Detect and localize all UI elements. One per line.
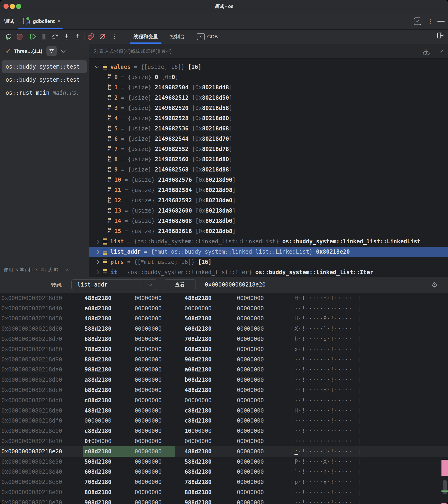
hex-byte[interactable]: 00 xyxy=(244,397,250,404)
hex-byte[interactable]: 00 xyxy=(191,438,198,445)
hex-byte[interactable]: 00 xyxy=(191,428,198,434)
hex-byte[interactable]: 00 xyxy=(185,305,191,312)
hex-byte[interactable]: 00 xyxy=(155,295,162,302)
memory-row[interactable]: 0x0000000080218e100f 00 00 0000 00 00 00… xyxy=(0,436,448,446)
hex-byte[interactable]: 00 xyxy=(155,428,162,434)
hex-byte[interactable]: 00 xyxy=(205,428,212,434)
hex-byte[interactable]: 8d xyxy=(91,468,98,475)
memory-row[interactable]: 0x0000000080218d40e0 8d 21 8000 00 00 00… xyxy=(0,303,448,314)
stack-frame-row[interactable]: os::buddy_system::test xyxy=(2,60,87,73)
hex-byte[interactable]: 00 xyxy=(141,458,148,465)
hex-byte[interactable]: 00 xyxy=(244,407,250,414)
hex-byte[interactable]: 00 xyxy=(250,336,257,342)
hex-byte[interactable]: 00 xyxy=(257,295,264,302)
hex-byte[interactable]: 80 xyxy=(105,489,111,496)
hex-byte[interactable]: 21 xyxy=(198,489,205,496)
hex-byte[interactable]: 00 xyxy=(148,377,155,383)
hex-byte[interactable]: 80 xyxy=(105,458,111,465)
hex-byte[interactable]: 21 xyxy=(198,479,205,485)
hex-byte[interactable]: 00 xyxy=(135,377,141,383)
hex-byte[interactable]: 00 xyxy=(148,356,155,363)
hex-byte[interactable]: c8 xyxy=(185,417,191,424)
hex-byte[interactable]: 00 xyxy=(250,428,257,434)
hex-byte[interactable]: 00 xyxy=(155,448,162,455)
memory-row[interactable]: 0x0000000080218e4060 8d 21 8000 00 00 00… xyxy=(0,467,448,477)
hex-byte[interactable]: 80 xyxy=(105,387,111,393)
hex-byte[interactable]: 00 xyxy=(141,356,148,363)
hex-byte[interactable]: 00 xyxy=(250,356,257,363)
view-breakpoints-button[interactable] xyxy=(85,32,97,42)
hex-byte[interactable]: 21 xyxy=(98,315,105,322)
hex-byte[interactable]: 00 xyxy=(135,468,141,475)
array-element-row[interactable]: 10011 = {usize} 2149682504 [0x80218d48] xyxy=(89,82,448,93)
hex-byte[interactable]: 21 xyxy=(98,366,105,373)
hex-byte[interactable]: 00 xyxy=(135,479,141,485)
hex-byte[interactable]: 00 xyxy=(85,417,91,424)
hex-byte[interactable]: b8 xyxy=(85,387,91,393)
hex-byte[interactable]: 00 xyxy=(237,356,244,363)
hex-byte[interactable]: 21 xyxy=(198,407,205,414)
hex-byte[interactable]: 00 xyxy=(250,479,257,485)
hex-byte[interactable]: 80 xyxy=(205,315,212,322)
array-element-row[interactable]: 10010 = {usize} 0 [0x0] xyxy=(89,72,448,82)
hex-byte[interactable]: c8 xyxy=(185,407,191,414)
hex-byte[interactable]: 00 xyxy=(257,366,264,373)
hex-byte[interactable]: 00 xyxy=(237,428,244,434)
hex-byte[interactable]: 00 xyxy=(155,468,162,475)
hex-byte[interactable]: 80 xyxy=(205,468,212,475)
hex-byte[interactable]: 8d xyxy=(191,295,198,302)
variable-row-values[interactable]: values = {[usize; 16]} [16] xyxy=(89,62,448,72)
hex-byte[interactable]: e0 xyxy=(85,305,91,312)
hex-byte[interactable]: 00 xyxy=(244,438,250,445)
hex-byte[interactable]: 80 xyxy=(105,315,111,322)
hex-byte[interactable]: c8 xyxy=(85,397,91,404)
hex-byte[interactable]: 8d xyxy=(91,356,98,363)
hex-byte[interactable]: 80 xyxy=(205,489,212,496)
hex-byte[interactable]: 21 xyxy=(198,458,205,465)
hex-byte[interactable]: 60 xyxy=(185,325,191,332)
memory-row[interactable]: 0x0000000080218df000 00 00 0000 00 00 00… xyxy=(0,416,448,426)
tab-console[interactable]: 控制台 xyxy=(164,30,191,44)
hex-byte[interactable]: 68 xyxy=(185,468,191,475)
hex-byte[interactable]: 80 xyxy=(205,346,212,353)
hex-byte[interactable]: 00 xyxy=(135,387,141,393)
hex-byte[interactable]: 00 xyxy=(135,295,141,302)
hex-byte[interactable]: 21 xyxy=(98,336,105,342)
hex-byte[interactable]: 70 xyxy=(85,479,91,485)
hex-byte[interactable]: 00 xyxy=(244,448,250,455)
hex-byte[interactable]: 00 xyxy=(135,305,141,312)
hex-byte[interactable]: 00 xyxy=(257,387,264,393)
toolbar-more-icon[interactable]: ⋮ xyxy=(108,32,119,42)
hex-byte[interactable]: 00 xyxy=(135,336,141,342)
hex-byte[interactable]: 80 xyxy=(205,499,212,504)
hex-byte[interactable]: 8d xyxy=(91,458,98,465)
hex-byte[interactable]: a8 xyxy=(85,377,91,383)
hex-byte[interactable]: 00 xyxy=(141,468,148,475)
hex-byte[interactable]: 21 xyxy=(98,407,105,414)
hex-byte[interactable]: 00 xyxy=(148,428,155,434)
hex-byte[interactable]: 90 xyxy=(85,499,91,504)
hex-byte[interactable]: 80 xyxy=(205,356,212,363)
memory-row[interactable]: 0x0000000080218dc0b8 8d 21 8000 00 00 00… xyxy=(0,385,448,395)
hex-byte[interactable]: 00 xyxy=(257,438,264,445)
hex-byte[interactable]: 00 xyxy=(237,295,244,302)
hex-byte[interactable]: 00 xyxy=(135,356,141,363)
hex-byte[interactable]: 00 xyxy=(237,407,244,414)
hex-byte[interactable]: 90 xyxy=(185,356,191,363)
hex-byte[interactable]: 50 xyxy=(185,315,191,322)
hex-byte[interactable]: 8d xyxy=(191,366,198,373)
hex-byte[interactable]: 80 xyxy=(205,479,212,485)
hex-byte[interactable]: 21 xyxy=(198,356,205,363)
hex-byte[interactable]: 00 xyxy=(257,468,264,475)
hex-byte[interactable]: 00 xyxy=(141,489,148,496)
variable-row-ptrs[interactable]: ptrs = {[*mut usize; 16]} [16] xyxy=(89,257,448,267)
hex-byte[interactable]: 78 xyxy=(185,479,191,485)
hex-byte[interactable]: 00 xyxy=(198,397,205,404)
hex-byte[interactable]: 00 xyxy=(257,346,264,353)
hex-byte[interactable]: 80 xyxy=(205,448,212,455)
hex-byte[interactable]: 21 xyxy=(198,448,205,455)
stack-frame-row[interactable]: os::buddy_system::test xyxy=(2,73,87,86)
hex-byte[interactable]: 00 xyxy=(198,438,205,445)
array-element-row[interactable]: 10015 = {usize} 2149682536 [0x80218d68] xyxy=(89,124,448,134)
hint-close-icon[interactable]: × xyxy=(66,267,69,273)
